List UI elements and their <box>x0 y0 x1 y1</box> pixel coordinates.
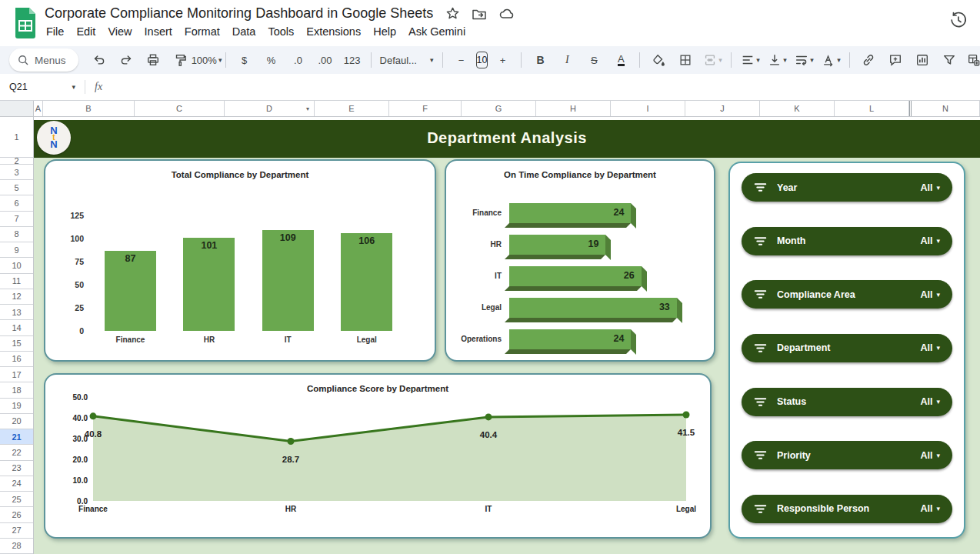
row-header-26[interactable]: 26 <box>0 507 33 522</box>
menu-insert[interactable]: Insert <box>138 24 178 39</box>
strikethrough-button[interactable]: S <box>582 49 606 71</box>
row-header-12[interactable]: 12 <box>0 289 33 305</box>
column-header-H[interactable]: H <box>536 101 611 116</box>
star-icon[interactable] <box>445 6 460 22</box>
column-header-K[interactable]: K <box>760 101 835 116</box>
row-header-17[interactable]: 17 <box>0 367 33 382</box>
filter-value-dropdown[interactable]: All▾ <box>920 289 940 300</box>
menu-help[interactable]: Help <box>367 24 402 39</box>
menu-extensions[interactable]: Extensions <box>300 24 367 39</box>
insert-chart-button[interactable] <box>910 49 935 71</box>
chart-on-time-compliance[interactable]: On Time Compliance by Department Finance… <box>445 159 715 362</box>
text-color-button[interactable]: A <box>618 54 625 66</box>
font-size-input[interactable]: 10 <box>476 52 488 68</box>
filter-pill-priority[interactable]: PriorityAll▾ <box>742 441 952 469</box>
google-sheets-logo-icon[interactable] <box>12 7 38 39</box>
filter-value-dropdown[interactable]: All▾ <box>920 450 940 461</box>
chart-total-compliance[interactable]: Total Compliance by Department 125100755… <box>44 159 436 362</box>
filter-pill-compliance-area[interactable]: Compliance AreaAll▾ <box>742 280 952 309</box>
decrease-font-size-button[interactable]: − <box>449 49 474 71</box>
menu-ask-gemini[interactable]: Ask Gemini <box>402 24 472 39</box>
menus-search-button[interactable]: Menus <box>9 48 78 72</box>
vertical-align-button[interactable]: ▾ <box>765 49 789 71</box>
select-all-corner[interactable] <box>0 101 34 116</box>
row-header-19[interactable]: 19 <box>0 399 33 414</box>
row-header-18[interactable]: 18 <box>0 382 33 398</box>
menu-data[interactable]: Data <box>226 24 262 39</box>
menu-format[interactable]: Format <box>178 24 226 39</box>
row-header-9[interactable]: 9 <box>0 242 33 258</box>
column-header-B[interactable]: B <box>43 101 135 116</box>
filter-pill-department[interactable]: DepartmentAll▾ <box>742 334 952 362</box>
row-header-25[interactable]: 25 <box>0 492 33 507</box>
column-header-F[interactable]: F <box>389 101 462 116</box>
row-header-28[interactable]: 28 <box>0 539 33 554</box>
format-percent-button[interactable]: % <box>259 49 284 71</box>
row-header-15[interactable]: 15 <box>0 336 33 352</box>
row-header-16[interactable]: 16 <box>0 352 33 367</box>
filter-value-dropdown[interactable]: All▾ <box>920 342 940 353</box>
insert-link-button[interactable] <box>856 49 881 71</box>
column-header-I[interactable]: I <box>611 101 685 116</box>
row-header-20[interactable]: 20 <box>0 414 33 429</box>
filter-pill-status[interactable]: StatusAll▾ <box>742 388 952 416</box>
horizontal-align-button[interactable]: ▾ <box>738 49 762 71</box>
column-header-J[interactable]: J <box>685 101 760 116</box>
column-header-N[interactable]: N <box>909 101 980 116</box>
merge-cells-button[interactable]: ▾ <box>700 49 725 71</box>
bold-button[interactable]: B <box>528 49 552 71</box>
cloud-saved-icon[interactable] <box>498 6 514 22</box>
column-header-A[interactable]: A <box>34 101 43 116</box>
row-header-21[interactable]: 21 <box>0 429 33 445</box>
filter-pill-month[interactable]: MonthAll▾ <box>742 227 952 255</box>
spreadsheet-canvas[interactable]: Department Analysis N t N Total Complian… <box>34 117 980 554</box>
undo-button[interactable] <box>87 49 112 71</box>
zoom-control[interactable]: 100% ▾ <box>195 49 219 71</box>
redo-button[interactable] <box>114 49 138 71</box>
text-rotation-button[interactable]: ▾ <box>818 49 843 71</box>
row-header-10[interactable]: 10 <box>0 258 33 273</box>
chart-compliance-score[interactable]: Compliance Score by Department 40.828.74… <box>44 373 712 539</box>
filter-pill-responsible-person[interactable]: Responsible PersonAll▾ <box>742 495 952 523</box>
fill-color-button[interactable] <box>646 49 671 71</box>
table-views-button[interactable]: ▾ <box>964 49 980 71</box>
move-to-folder-icon[interactable] <box>472 6 487 22</box>
filter-value-dropdown[interactable]: All▾ <box>920 235 940 246</box>
menu-edit[interactable]: Edit <box>70 24 102 39</box>
text-wrap-button[interactable]: ▾ <box>792 49 816 71</box>
insert-comment-button[interactable] <box>883 49 908 71</box>
row-header-13[interactable]: 13 <box>0 305 33 320</box>
document-title[interactable]: Corporate Compliance Monitoring Dashboar… <box>45 5 433 22</box>
column-header-L[interactable]: L <box>835 101 909 116</box>
filter-value-dropdown[interactable]: All▾ <box>920 396 940 407</box>
menu-tools[interactable]: Tools <box>262 24 300 39</box>
row-header-27[interactable]: 27 <box>0 523 33 539</box>
filter-value-dropdown[interactable]: All▾ <box>920 182 940 193</box>
paint-format-button[interactable] <box>168 49 192 71</box>
print-button[interactable] <box>141 49 165 71</box>
increase-decimal-button[interactable]: .00 <box>313 49 338 71</box>
menu-view[interactable]: View <box>102 24 138 39</box>
row-header-11[interactable]: 11 <box>0 274 33 289</box>
row-header-6[interactable]: 6 <box>0 195 33 211</box>
row-header-1[interactable]: 1 <box>0 117 33 158</box>
version-history-icon[interactable] <box>948 9 969 31</box>
column-header-D[interactable]: D▾ <box>225 101 315 116</box>
filter-value-dropdown[interactable]: All▾ <box>920 503 940 514</box>
borders-button[interactable] <box>673 49 698 71</box>
column-header-C[interactable]: C <box>135 101 225 116</box>
column-filter-icon[interactable]: ▾ <box>306 105 309 112</box>
menu-file[interactable]: File <box>40 24 70 39</box>
row-header-7[interactable]: 7 <box>0 212 33 227</box>
row-header-14[interactable]: 14 <box>0 320 33 335</box>
filter-pill-year[interactable]: YearAll▾ <box>742 173 952 202</box>
decrease-decimal-button[interactable]: .0 <box>286 49 311 71</box>
increase-font-size-button[interactable]: + <box>490 49 515 71</box>
row-header-22[interactable]: 22 <box>0 445 33 460</box>
row-header-23[interactable]: 23 <box>0 461 33 476</box>
create-filter-button[interactable] <box>937 49 962 71</box>
font-family-select[interactable]: Defaul... ▾ <box>378 49 436 71</box>
more-formats-button[interactable]: 123 <box>340 49 365 71</box>
row-header-24[interactable]: 24 <box>0 476 33 492</box>
row-header-5[interactable]: 5 <box>0 180 33 195</box>
